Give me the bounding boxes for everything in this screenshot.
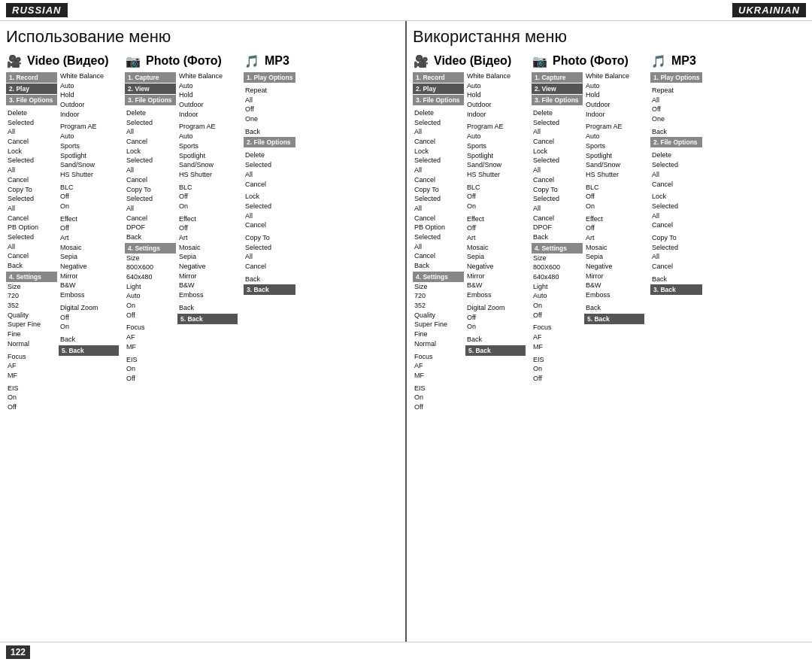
r-back5-btn[interactable]: 5. Back (59, 345, 119, 356)
russian-mp3-header: MP3 (244, 53, 295, 69)
u-pae-spot: Spotlight (465, 152, 526, 161)
rp-cancel3: Cancel (125, 214, 176, 223)
up-eff-sepia: Sepia (584, 253, 644, 262)
russian-mp3-section: MP3 1. Play Options Repeat All Off One B… (244, 53, 295, 412)
rm-lock: Lock (244, 193, 295, 202)
rp-eff-mosaic: Mosaic (177, 244, 238, 253)
rp-sel3: Selected (125, 195, 176, 204)
u-blc-on: On (465, 202, 526, 211)
rp-size: Size (125, 254, 176, 263)
ukrainian-photo-section: Photo (Фото) 1. Capture 2. View 3. File … (532, 53, 644, 412)
rp-view-btn[interactable]: 2. View (125, 84, 176, 94)
u-sel3: Selected (413, 195, 464, 204)
r-selected2: Selected (6, 156, 57, 166)
r-eff-off: Off (59, 224, 119, 233)
rp-fileopt-btn[interactable]: 3. File Options (125, 95, 176, 105)
um-fileopt-btn[interactable]: 2. File Options (650, 137, 702, 147)
ukrainian-mp3-section: MP3 1. Play Options Repeat All Off One B… (650, 53, 702, 412)
page-num-badge: 122 (6, 645, 30, 659)
r-all3: All (6, 205, 57, 214)
ukrainian-mp3-title: MP3 (671, 54, 696, 68)
up-wb-hold: Hold (584, 91, 644, 100)
u-fileopt-btn[interactable]: 3. File Options (413, 95, 464, 105)
u-cancel1: Cancel (413, 138, 464, 147)
u-copyto: Copy To (413, 186, 464, 195)
russian-mp3-title: MP3 (265, 54, 289, 68)
page-number-bar: 122 (0, 642, 812, 662)
u-back2: Back (465, 336, 526, 345)
u-rec-btn[interactable]: 1. Record (413, 72, 464, 83)
rp-cap-btn[interactable]: 1. Capture (125, 72, 176, 83)
rp-wb-out: Outdoor (177, 101, 238, 110)
r-mf: MF (6, 372, 57, 381)
u-dz-on: On (465, 323, 526, 332)
rp-pae-spot: Spotlight (177, 152, 238, 161)
up-cap-btn[interactable]: 1. Capture (532, 72, 583, 83)
ukrainian-video-title: Video (Відео) (434, 54, 511, 68)
u-superfine: Super Fine (413, 320, 464, 329)
u-720: 720 (413, 292, 464, 301)
um-all2: All (650, 212, 702, 221)
up-af: AF (532, 333, 583, 342)
r-settings-btn[interactable]: 4. Settings (6, 272, 57, 282)
rm-back3-btn[interactable]: 3. Back (244, 284, 295, 295)
u-play-btn[interactable]: 2. Play (413, 84, 464, 94)
rm-playopt-btn[interactable]: 1. Play Options (244, 72, 295, 83)
rp-settings-btn[interactable]: 4. Settings (125, 243, 176, 254)
r-fileopt-btn[interactable]: 3. File Options (6, 95, 57, 105)
u-eff-mosaic: Mosaic (465, 244, 526, 253)
um-back3-btn[interactable]: 3. Back (650, 284, 702, 295)
ukrainian-photo-header: Photo (Фото) (532, 53, 644, 69)
rm-fileopt-btn[interactable]: 2. File Options (244, 137, 295, 147)
r-digzoom: Digital Zoom (59, 304, 119, 313)
up-pae-sand: Sand/Snow (584, 161, 644, 170)
rp-eis: EIS (125, 356, 176, 365)
u-sel1: Selected (413, 119, 464, 128)
photo-icon-u (532, 53, 548, 69)
rm-off: Off (244, 105, 295, 114)
rp-light: Light (125, 283, 176, 292)
u-all3: All (413, 205, 464, 214)
um-lock: Lock (650, 193, 702, 202)
um-back2: Back (650, 275, 702, 284)
rm-cancel2: Cancel (244, 221, 295, 230)
r-selected3: Selected (6, 195, 57, 204)
rm-copyto: Copy To (244, 234, 295, 243)
r-352: 352 (6, 302, 57, 311)
rp-640: 640x480 (125, 273, 176, 282)
up-cancel2: Cancel (532, 176, 583, 185)
um-one: One (650, 115, 702, 124)
rp-eff-art: Art (177, 234, 238, 243)
up-back5-btn[interactable]: 5. Back (584, 314, 644, 324)
r-blc-on: On (59, 202, 119, 211)
up-view-btn[interactable]: 2. View (532, 84, 583, 94)
um-playopt-btn[interactable]: 1. Play Options (650, 72, 702, 83)
up-fileopt-btn[interactable]: 3. File Options (532, 95, 583, 105)
u-eff-off: Off (465, 224, 526, 233)
rp-delete: Delete (125, 109, 176, 118)
r-720: 720 (6, 292, 57, 301)
up-all2: All (532, 166, 583, 175)
rp-mf: MF (125, 343, 176, 352)
u-all2: All (413, 166, 464, 175)
up-sel2: Selected (532, 156, 583, 166)
up-wb-ind: Indoor (584, 111, 644, 120)
rp-back5-btn[interactable]: 5. Back (177, 314, 238, 324)
u-back5-btn[interactable]: 5. Back (465, 345, 526, 356)
up-pae-sports: Sports (584, 142, 644, 151)
u-settings-btn[interactable]: 4. Settings (413, 272, 464, 282)
rp-l-on: On (125, 302, 176, 311)
u-off: Off (413, 403, 464, 412)
ukrainian-video-section: Video (Відео) 1. Record 2. Play 3. File … (413, 53, 526, 412)
r-all4: All (6, 243, 57, 252)
up-wb: White Balance (584, 72, 644, 81)
ukrainian-video-col2: White Balance Auto Hold Outdoor Indoor P… (465, 72, 526, 412)
r-cancel2: Cancel (6, 176, 57, 185)
r-rec-btn[interactable]: 1. Record (6, 72, 57, 83)
up-sel3: Selected (532, 195, 583, 204)
r-play-btn[interactable]: 2. Play (6, 84, 57, 94)
header-bar: RUSSIAN UKRAINIAN (0, 0, 812, 21)
up-settings-btn[interactable]: 4. Settings (532, 243, 583, 254)
r-wb-outdoor: Outdoor (59, 101, 119, 110)
um-back1: Back (650, 128, 702, 137)
